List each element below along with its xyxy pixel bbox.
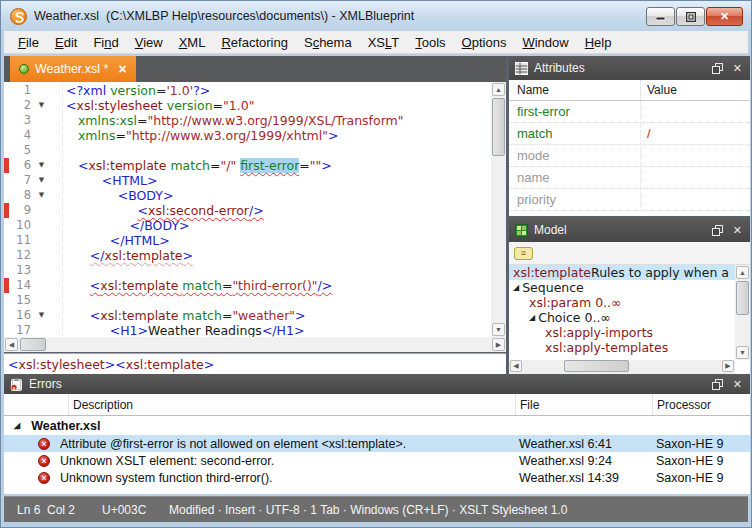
model-tree-row[interactable]: xsl:apply-imports [509,325,735,340]
scroll-up-icon[interactable]: ▲ [492,83,505,96]
scroll-up-icon[interactable]: ▲ [736,266,749,279]
code-text: <xsl:template match="third-error()"/> [63,278,332,293]
code-token: xsl:stylesheet [76,98,162,113]
editor-horizontal-scrollbar[interactable]: ◀ ▶ [4,337,506,352]
column-header-value[interactable]: Value [641,83,750,97]
error-group-row[interactable]: ◢ Weather.xsl [4,416,750,435]
column-header-processor[interactable]: Processor [652,394,750,415]
code-token: Choice 0..∞ [538,310,611,325]
panel-title: Model [534,223,704,237]
close-panel-icon[interactable]: ✕ [731,225,744,236]
float-panel-icon[interactable] [710,379,725,390]
editor-vertical-scrollbar[interactable]: ▲ ▼ [491,82,506,337]
fold-icon[interactable]: ▼ [35,98,48,113]
code-token: </HTML> [110,233,170,248]
tab-weather-xsl[interactable]: Weather.xsl * × [10,56,136,82]
attribute-row-mode[interactable]: mode [509,145,750,167]
collapse-triangle-icon[interactable]: ◢ [14,421,20,430]
minimize-button[interactable] [646,7,675,26]
close-panel-icon[interactable]: ✕ [731,379,744,390]
model-tree-row[interactable]: xsl:template Rules to apply when a [509,265,735,280]
menu-item-file[interactable]: File [10,33,47,52]
attribute-row-priority[interactable]: priority [509,189,750,211]
expand-triangle-icon[interactable]: ◢ [529,310,535,325]
model-vertical-scrollbar[interactable]: ▲ ▼ [735,265,750,360]
editor-lines: 1<?xml version='1.0'?>2▼<xsl:stylesheet … [4,83,491,337]
menu-bar: FileEditFindViewXMLRefactoringSchemaXSLT… [4,31,748,54]
code-token: version [110,83,156,98]
scroll-left-icon[interactable]: ◀ [510,360,522,372]
attribute-value[interactable]: / [641,126,750,141]
menu-item-window[interactable]: Window [514,33,576,52]
menu-item-find[interactable]: Find [85,33,126,52]
menu-item-view[interactable]: View [127,33,171,52]
attribute-row-first-error[interactable]: first-error [509,101,750,123]
model-horizontal-scrollbar[interactable]: ◀ ▶ [509,360,735,374]
model-tree-row[interactable]: xsl:param 0..∞ [509,295,735,310]
errors-columns: Description File Processor [4,394,750,416]
code-line-16: 16▼ <xsl:template match="weather"> [4,308,491,323]
errors-panel: x Errors ✕ Description File Processor ◢ … [4,374,750,494]
menu-item-xslt[interactable]: XSLT [360,33,408,52]
attribute-row-name[interactable]: name [509,167,750,189]
fold-space [35,143,48,158]
menu-item-help[interactable]: Help [577,33,620,52]
attribute-name: match [509,123,641,144]
column-header-file[interactable]: File [515,394,652,415]
tab-close-icon[interactable]: × [118,62,126,76]
model-tree-row[interactable]: ◢Sequence [509,280,735,295]
scroll-right-icon[interactable]: ▶ [492,338,505,351]
title-bar: Weather.xsl (C:\XMLBP Help\resources\doc… [1,1,752,31]
close-panel-icon[interactable]: ✕ [731,63,744,74]
code-token: "/" [220,158,236,173]
line-number: 8 [9,188,35,203]
expand-triangle-icon[interactable]: ◢ [513,280,519,295]
element-breadcrumb[interactable]: <xsl:stylesheet><xsl:template> [4,353,506,374]
model-tree[interactable]: xsl:template Rules to apply when a◢Seque… [509,265,735,360]
column-header-description[interactable]: Description [68,394,515,415]
error-row[interactable]: ×Attribute @first-error is not allowed o… [4,435,750,452]
line-number: 16 [9,308,35,323]
error-row[interactable]: ×Unknown system function third-error().W… [4,469,750,486]
code-text: <BODY> [63,188,173,203]
menu-item-tools[interactable]: Tools [407,33,453,52]
model-tree-row[interactable]: ◢Choice 0..∞ [509,310,735,325]
scroll-right-icon[interactable]: ▶ [722,360,734,372]
float-panel-icon[interactable] [710,63,725,74]
column-header-name[interactable]: Name [509,80,641,100]
menu-item-refactoring[interactable]: Refactoring [213,33,296,52]
fold-space [35,263,48,278]
fold-space [35,278,48,293]
attributes-rows: first-errormatch/modenamepriority [509,101,750,211]
model-tree-row[interactable]: xsl:apply-templates [509,340,735,355]
scroll-down-icon[interactable]: ▼ [736,346,749,359]
code-token: match [170,158,210,173]
code-token: > [295,308,305,323]
maximize-button[interactable] [676,7,705,26]
document-flags: Modified · Insert · UTF-8 · 1 Tab · Wind… [169,503,567,517]
close-button[interactable]: ✕ [706,7,743,26]
scrollbar-thumb[interactable] [20,338,46,351]
code-token: xsl:template [105,248,183,263]
code-editor[interactable]: 1<?xml version='1.0'?>2▼<xsl:stylesheet … [4,82,506,337]
menu-item-edit[interactable]: Edit [47,33,85,52]
code-token [66,203,138,218]
scroll-left-icon[interactable]: ◀ [5,338,18,351]
scroll-down-icon[interactable]: ▼ [492,323,505,336]
attribute-row-match[interactable]: match/ [509,123,750,145]
fold-icon[interactable]: ▼ [35,158,48,173]
fold-icon[interactable]: ▼ [35,173,48,188]
documentation-toggle-button[interactable]: ≡ [514,247,533,260]
scrollbar-thumb[interactable] [736,281,749,315]
scrollbar-thumb[interactable] [492,98,505,156]
fold-icon[interactable]: ▼ [35,188,48,203]
menu-item-schema[interactable]: Schema [296,33,360,52]
code-token: </BODY> [130,218,190,233]
menu-item-options[interactable]: Options [454,33,515,52]
fold-icon[interactable]: ▼ [35,308,48,323]
menu-item-xml[interactable]: XML [171,33,214,52]
attributes-icon [515,62,528,75]
scrollbar-thumb[interactable] [564,360,629,372]
error-row[interactable]: ×Unknown XSLT element: second-error.Weat… [4,452,750,469]
float-panel-icon[interactable] [710,225,725,236]
